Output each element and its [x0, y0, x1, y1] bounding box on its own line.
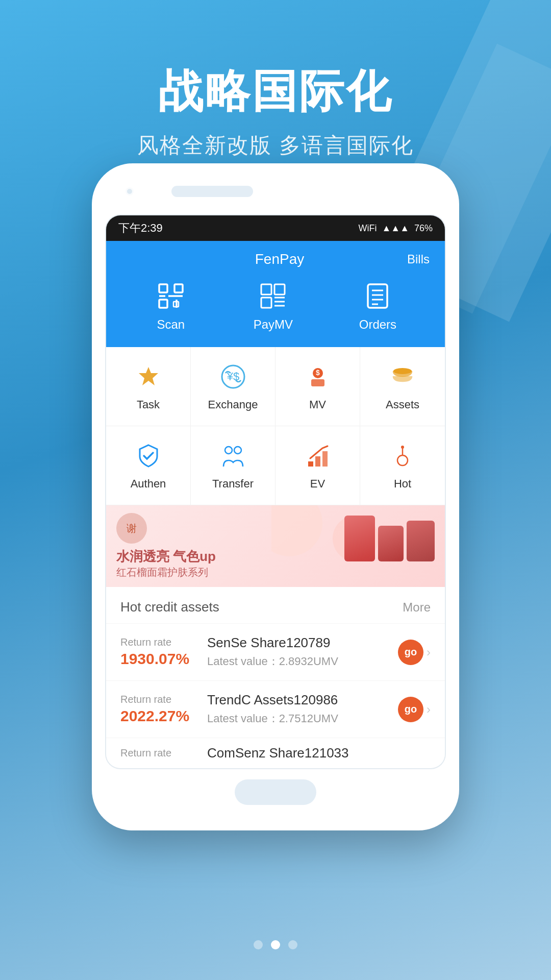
- phone-dots: [126, 186, 253, 197]
- bills-button[interactable]: Bills: [407, 252, 430, 266]
- asset-latest-1: Latest value：2.8932UMV: [207, 654, 398, 669]
- mv-label: MV: [309, 398, 326, 411]
- phone-frame: 下午2:39 WiFi ▲▲▲ 76% FenPay Bills: [92, 163, 459, 830]
- return-value-1: 1930.07%: [120, 650, 197, 668]
- menu-item-transfer[interactable]: Transfer: [191, 426, 276, 505]
- scan-label: Scan: [157, 317, 185, 332]
- quick-actions: Scan Pa: [121, 280, 430, 332]
- assets-icon: [387, 361, 418, 392]
- return-label-3: Return rate: [120, 747, 197, 759]
- banner-logo: 谢: [116, 513, 147, 544]
- section-header: Hot credit assets More: [106, 587, 445, 623]
- scan-icon: [155, 280, 187, 312]
- hero-subtitle: 风格全新改版 多语言国际化: [0, 131, 551, 160]
- svg-marker-18: [139, 367, 158, 385]
- menu-item-mv[interactable]: $ MV: [276, 347, 360, 426]
- product-1: [344, 516, 375, 561]
- chevron-right-icon-2: ›: [427, 702, 431, 717]
- page-dot-indicator-3[interactable]: [288, 940, 297, 949]
- go-btn-1[interactable]: go: [398, 640, 423, 665]
- asset-name-3: ComSenz Share121033: [207, 745, 431, 761]
- orders-icon: [361, 280, 394, 312]
- svg-point-30: [397, 455, 408, 465]
- asset-go-2[interactable]: go ›: [398, 697, 431, 722]
- exchange-icon: ¥$: [218, 361, 248, 392]
- hero-section: 战略国际化 风格全新改版 多语言国际化: [0, 61, 551, 160]
- menu-item-hot[interactable]: Hot: [360, 426, 445, 505]
- phone-dot-3: [156, 187, 164, 195]
- banner-content: 谢 水润透亮 气色up 红石榴面霜护肤系列: [106, 505, 226, 587]
- phone-wrapper: 下午2:39 WiFi ▲▲▲ 76% FenPay Bills: [92, 163, 459, 830]
- paymv-label: PayMV: [254, 317, 293, 332]
- battery-icon: 76%: [414, 223, 433, 234]
- menu-grid: Task ¥$ Exchange: [106, 347, 445, 505]
- svg-rect-1: [174, 284, 183, 292]
- svg-rect-0: [159, 284, 167, 292]
- ev-icon: [303, 440, 333, 471]
- phone-top-bar: [105, 179, 446, 214]
- quick-action-scan[interactable]: Scan: [155, 280, 187, 332]
- svg-point-26: [234, 447, 241, 454]
- mv-icon: $: [303, 361, 333, 392]
- hot-icon: [387, 440, 418, 471]
- menu-item-task[interactable]: Task: [106, 347, 191, 426]
- banner-products: [344, 516, 435, 561]
- status-bar: 下午2:39 WiFi ▲▲▲ 76%: [106, 215, 445, 241]
- svg-rect-8: [261, 298, 271, 308]
- quick-action-paymv[interactable]: PayMV: [254, 280, 293, 332]
- hot-credit-title: Hot credit assets: [120, 599, 219, 615]
- svg-rect-29: [322, 451, 328, 467]
- svg-rect-27: [308, 461, 313, 467]
- app-header: FenPay Bills: [106, 241, 445, 347]
- banner-circle-1: [271, 505, 322, 556]
- svg-rect-23: [311, 379, 324, 386]
- exchange-label: Exchange: [208, 398, 258, 411]
- home-button[interactable]: [235, 779, 316, 805]
- transfer-icon: [218, 440, 248, 471]
- phone-dot-2: [141, 187, 149, 195]
- task-label: Task: [137, 398, 160, 411]
- svg-point-25: [225, 447, 232, 454]
- asset-go-1[interactable]: go ›: [398, 640, 431, 665]
- page-dots: [0, 940, 551, 949]
- asset-row-3-partial[interactable]: Return rate ComSenz Share121033: [106, 738, 445, 768]
- svg-rect-7: [261, 284, 271, 295]
- assets-label: Assets: [386, 398, 419, 411]
- menu-item-authen[interactable]: Authen: [106, 426, 191, 505]
- status-icons: WiFi ▲▲▲ 76%: [359, 223, 433, 234]
- transfer-label: Transfer: [212, 477, 254, 491]
- banner[interactable]: 谢 水润透亮 气色up 红石榴面霜护肤系列: [106, 505, 445, 587]
- return-label-2: Return rate: [120, 694, 197, 705]
- quick-action-orders[interactable]: Orders: [359, 280, 396, 332]
- svg-text:$: $: [316, 369, 320, 377]
- banner-text2: 红石榴面霜护肤系列: [116, 566, 216, 579]
- asset-return-3: Return rate: [120, 747, 197, 759]
- menu-item-ev[interactable]: EV: [276, 426, 360, 505]
- asset-info-3: ComSenz Share121033: [197, 745, 431, 761]
- menu-item-exchange[interactable]: ¥$ Exchange: [191, 347, 276, 426]
- banner-text1: 水润透亮 气色up: [116, 548, 216, 566]
- phone-screen: 下午2:39 WiFi ▲▲▲ 76% FenPay Bills: [105, 214, 446, 769]
- asset-row-1[interactable]: Return rate 1930.07% SenSe Share120789 L…: [106, 623, 445, 680]
- menu-item-assets[interactable]: Assets: [360, 347, 445, 426]
- ev-label: EV: [310, 477, 325, 491]
- asset-row-2[interactable]: Return rate 2022.27% TrendC Assets120986…: [106, 680, 445, 738]
- go-btn-2[interactable]: go: [398, 697, 423, 722]
- asset-name-1: SenSe Share120789: [207, 635, 398, 651]
- page-dot-indicator-2[interactable]: [271, 940, 280, 949]
- signal-icon: ▲▲▲: [382, 223, 409, 234]
- more-button[interactable]: More: [403, 600, 431, 615]
- phone-camera: [400, 179, 425, 204]
- asset-return-2: Return rate 2022.27%: [120, 694, 197, 725]
- phone-speaker: [171, 186, 253, 197]
- phone-dot-1: [126, 187, 134, 195]
- authen-label: Authen: [131, 477, 166, 491]
- paymv-icon: [257, 280, 289, 312]
- asset-latest-2: Latest value：2.7512UMV: [207, 711, 398, 726]
- page-dot-indicator-1[interactable]: [254, 940, 263, 949]
- return-label-1: Return rate: [120, 636, 197, 648]
- wifi-icon: WiFi: [359, 223, 377, 234]
- phone-bottom-bar: [105, 769, 446, 810]
- app-title: FenPay: [152, 251, 407, 267]
- return-value-2: 2022.27%: [120, 707, 197, 725]
